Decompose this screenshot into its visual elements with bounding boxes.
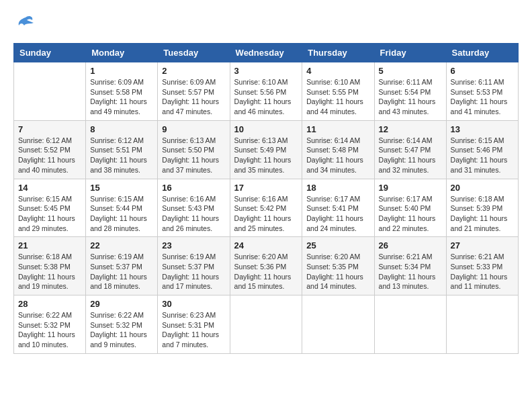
day-detail: Sunrise: 6:20 AMSunset: 5:35 PMDaylight:… (306, 252, 369, 291)
day-header-wednesday: Wednesday (230, 44, 302, 62)
day-cell: 5Sunrise: 6:11 AMSunset: 5:54 PMDaylight… (374, 62, 446, 121)
day-header-thursday: Thursday (302, 44, 374, 62)
day-number: 19 (379, 183, 442, 193)
day-detail: Sunrise: 6:15 AMSunset: 5:45 PMDaylight:… (18, 194, 81, 234)
day-detail: Sunrise: 6:13 AMSunset: 5:50 PMDaylight:… (162, 136, 225, 175)
day-cell: 2Sunrise: 6:09 AMSunset: 5:57 PMDaylight… (158, 62, 230, 121)
day-cell: 15Sunrise: 6:15 AMSunset: 5:44 PMDayligh… (86, 179, 158, 237)
day-number: 27 (451, 240, 514, 250)
day-detail: Sunrise: 6:11 AMSunset: 5:53 PMDaylight:… (451, 77, 514, 117)
day-cell: 3Sunrise: 6:10 AMSunset: 5:56 PMDaylight… (230, 62, 302, 121)
day-cell: 22Sunrise: 6:19 AMSunset: 5:37 PMDayligh… (86, 237, 158, 295)
day-cell: 23Sunrise: 6:19 AMSunset: 5:37 PMDayligh… (158, 237, 230, 295)
day-number: 4 (306, 66, 369, 76)
day-detail: Sunrise: 6:16 AMSunset: 5:42 PMDaylight:… (234, 194, 298, 234)
day-number: 22 (90, 240, 153, 250)
day-cell: 6Sunrise: 6:11 AMSunset: 5:53 PMDaylight… (446, 62, 518, 121)
day-detail: Sunrise: 6:09 AMSunset: 5:58 PMDaylight:… (90, 77, 153, 117)
day-detail: Sunrise: 6:22 AMSunset: 5:32 PMDaylight:… (90, 310, 153, 350)
day-cell: 9Sunrise: 6:13 AMSunset: 5:50 PMDaylight… (158, 120, 230, 179)
day-number: 5 (379, 66, 442, 76)
day-number: 13 (451, 124, 514, 134)
day-cell: 20Sunrise: 6:18 AMSunset: 5:39 PMDayligh… (446, 179, 518, 237)
day-number: 10 (234, 124, 298, 134)
day-detail: Sunrise: 6:20 AMSunset: 5:36 PMDaylight:… (234, 252, 298, 291)
day-cell: 25Sunrise: 6:20 AMSunset: 5:35 PMDayligh… (302, 237, 374, 295)
day-number: 6 (451, 66, 514, 76)
day-number: 25 (306, 240, 369, 250)
day-cell: 24Sunrise: 6:20 AMSunset: 5:36 PMDayligh… (230, 237, 302, 295)
day-detail: Sunrise: 6:18 AMSunset: 5:39 PMDaylight:… (451, 194, 514, 234)
day-number: 14 (18, 183, 81, 193)
day-detail: Sunrise: 6:15 AMSunset: 5:44 PMDaylight:… (90, 194, 153, 234)
day-cell: 4Sunrise: 6:10 AMSunset: 5:55 PMDaylight… (302, 62, 374, 121)
day-cell: 8Sunrise: 6:12 AMSunset: 5:51 PMDaylight… (86, 120, 158, 179)
day-number: 11 (306, 124, 369, 134)
day-detail: Sunrise: 6:14 AMSunset: 5:47 PMDaylight:… (379, 136, 442, 175)
day-detail: Sunrise: 6:23 AMSunset: 5:31 PMDaylight:… (162, 310, 225, 350)
day-number: 12 (379, 124, 442, 134)
week-row-0: 1Sunrise: 6:09 AMSunset: 5:58 PMDaylight… (14, 62, 519, 121)
day-number: 30 (162, 299, 225, 309)
day-detail: Sunrise: 6:12 AMSunset: 5:51 PMDaylight:… (90, 136, 153, 175)
day-detail: Sunrise: 6:17 AMSunset: 5:40 PMDaylight:… (379, 194, 442, 234)
day-cell: 10Sunrise: 6:13 AMSunset: 5:49 PMDayligh… (230, 120, 302, 179)
day-cell: 26Sunrise: 6:21 AMSunset: 5:34 PMDayligh… (374, 237, 446, 295)
day-detail: Sunrise: 6:14 AMSunset: 5:48 PMDaylight:… (306, 136, 369, 175)
day-number: 2 (162, 66, 225, 76)
day-cell (230, 295, 302, 354)
day-detail: Sunrise: 6:21 AMSunset: 5:33 PMDaylight:… (451, 252, 514, 291)
day-cell: 18Sunrise: 6:17 AMSunset: 5:41 PMDayligh… (302, 179, 374, 237)
day-cell: 14Sunrise: 6:15 AMSunset: 5:45 PMDayligh… (14, 179, 86, 237)
week-row-2: 14Sunrise: 6:15 AMSunset: 5:45 PMDayligh… (14, 179, 519, 237)
day-cell: 27Sunrise: 6:21 AMSunset: 5:33 PMDayligh… (446, 237, 518, 295)
day-cell: 11Sunrise: 6:14 AMSunset: 5:48 PMDayligh… (302, 120, 374, 179)
day-number: 21 (18, 240, 81, 250)
day-cell: 30Sunrise: 6:23 AMSunset: 5:31 PMDayligh… (158, 295, 230, 354)
day-number: 15 (90, 183, 153, 193)
day-detail: Sunrise: 6:10 AMSunset: 5:56 PMDaylight:… (234, 77, 298, 117)
day-cell: 1Sunrise: 6:09 AMSunset: 5:58 PMDaylight… (86, 62, 158, 121)
week-row-3: 21Sunrise: 6:18 AMSunset: 5:38 PMDayligh… (14, 237, 519, 295)
week-row-4: 28Sunrise: 6:22 AMSunset: 5:32 PMDayligh… (14, 295, 519, 354)
day-detail: Sunrise: 6:10 AMSunset: 5:55 PMDaylight:… (306, 77, 369, 117)
day-number: 3 (234, 66, 298, 76)
day-detail: Sunrise: 6:17 AMSunset: 5:41 PMDaylight:… (306, 194, 369, 234)
day-detail: Sunrise: 6:19 AMSunset: 5:37 PMDaylight:… (162, 252, 225, 291)
day-number: 24 (234, 240, 298, 250)
day-header-tuesday: Tuesday (158, 44, 230, 62)
day-detail: Sunrise: 6:18 AMSunset: 5:38 PMDaylight:… (18, 252, 81, 291)
day-detail: Sunrise: 6:15 AMSunset: 5:46 PMDaylight:… (451, 136, 514, 175)
day-number: 9 (162, 124, 225, 134)
day-cell (374, 295, 446, 354)
logo-bird-icon (16, 13, 35, 32)
day-detail: Sunrise: 6:19 AMSunset: 5:37 PMDaylight:… (90, 252, 153, 291)
logo (13, 13, 35, 32)
calendar-header-row: SundayMondayTuesdayWednesdayThursdayFrid… (14, 44, 519, 62)
day-cell: 7Sunrise: 6:12 AMSunset: 5:52 PMDaylight… (14, 120, 86, 179)
day-detail: Sunrise: 6:11 AMSunset: 5:54 PMDaylight:… (379, 77, 442, 117)
day-detail: Sunrise: 6:16 AMSunset: 5:43 PMDaylight:… (162, 194, 225, 234)
day-cell (14, 62, 86, 121)
day-number: 8 (90, 124, 153, 134)
day-header-saturday: Saturday (446, 44, 518, 62)
week-row-1: 7Sunrise: 6:12 AMSunset: 5:52 PMDaylight… (14, 120, 519, 179)
day-cell: 28Sunrise: 6:22 AMSunset: 5:32 PMDayligh… (14, 295, 86, 354)
day-number: 26 (379, 240, 442, 250)
day-header-monday: Monday (86, 44, 158, 62)
day-number: 28 (18, 299, 81, 309)
day-cell: 17Sunrise: 6:16 AMSunset: 5:42 PMDayligh… (230, 179, 302, 237)
day-cell: 21Sunrise: 6:18 AMSunset: 5:38 PMDayligh… (14, 237, 86, 295)
day-detail: Sunrise: 6:13 AMSunset: 5:49 PMDaylight:… (234, 136, 298, 175)
day-number: 17 (234, 183, 298, 193)
calendar-table: SundayMondayTuesdayWednesdayThursdayFrid… (13, 43, 519, 354)
day-detail: Sunrise: 6:12 AMSunset: 5:52 PMDaylight:… (18, 136, 81, 175)
day-number: 20 (451, 183, 514, 193)
day-cell: 19Sunrise: 6:17 AMSunset: 5:40 PMDayligh… (374, 179, 446, 237)
day-detail: Sunrise: 6:09 AMSunset: 5:57 PMDaylight:… (162, 77, 225, 117)
day-number: 1 (90, 66, 153, 76)
day-number: 16 (162, 183, 225, 193)
day-cell: 29Sunrise: 6:22 AMSunset: 5:32 PMDayligh… (86, 295, 158, 354)
day-detail: Sunrise: 6:21 AMSunset: 5:34 PMDaylight:… (379, 252, 442, 291)
day-cell: 16Sunrise: 6:16 AMSunset: 5:43 PMDayligh… (158, 179, 230, 237)
